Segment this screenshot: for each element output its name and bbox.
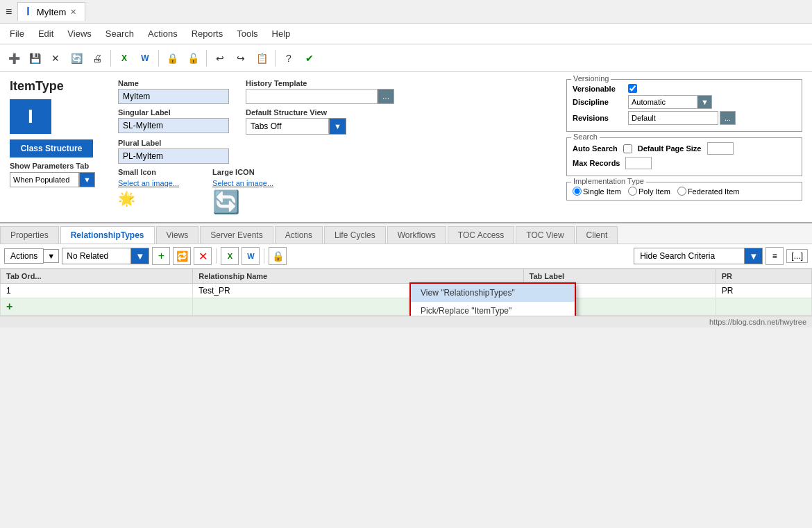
plural-group: Plural Label: [118, 139, 229, 164]
hamburger-menu[interactable]: ≡: [6, 6, 12, 18]
plural-input[interactable]: [118, 148, 229, 164]
small-icon-preview: 🌟: [118, 190, 179, 207]
tab-toc-view[interactable]: TOC View: [516, 226, 574, 244]
tab-relationship-types[interactable]: RelationshipTypes: [60, 226, 155, 244]
menu-edit[interactable]: Edit: [31, 26, 60, 42]
toolbar-print-btn[interactable]: 🖨: [87, 49, 107, 68]
toolbar-save-btn[interactable]: 💾: [25, 49, 44, 68]
add-row[interactable]: +: [1, 298, 812, 316]
export-excel-btn[interactable]: X: [221, 247, 239, 265]
discipline-input[interactable]: [628, 95, 697, 109]
history-template-row: ...: [246, 89, 394, 104]
search-box: Search Auto Search Default Page Size Max…: [566, 137, 802, 176]
federated-item-radio-input[interactable]: [677, 187, 686, 196]
toolbar-undo-btn[interactable]: ↩: [210, 49, 230, 68]
actions-btn[interactable]: Actions: [4, 248, 44, 264]
revisions-input[interactable]: [628, 111, 718, 125]
history-ellipsis-btn[interactable]: ...: [378, 89, 394, 104]
menu-search[interactable]: Search: [99, 26, 141, 42]
left-panel: ItemType I Class Structure Show Paramete…: [10, 79, 107, 215]
singular-input[interactable]: [118, 118, 229, 133]
max-records-input[interactable]: [625, 157, 652, 169]
revisions-ellipsis[interactable]: ...: [720, 111, 736, 125]
tab-client[interactable]: Client: [576, 226, 618, 244]
hide-search-arrow[interactable]: ▼: [745, 248, 763, 264]
menu-reports[interactable]: Reports: [185, 26, 230, 42]
toolbar-check-btn[interactable]: ✔: [300, 49, 319, 68]
default-structure-group: Default Structure View ▼: [246, 108, 346, 135]
discipline-arrow[interactable]: ▼: [697, 95, 712, 109]
toolbar-copy-btn[interactable]: 📋: [252, 49, 271, 68]
no-related-input[interactable]: [62, 248, 131, 264]
hide-search-select: ▼: [634, 248, 763, 264]
tab-bar: Properties RelationshipTypes Views Serve…: [0, 223, 812, 244]
tab-life-cycles[interactable]: Life Cycles: [324, 226, 386, 244]
grid-view-btn[interactable]: ≡: [766, 247, 784, 265]
menu-help[interactable]: Help: [265, 26, 298, 42]
tab-toc-access[interactable]: TOC Access: [448, 226, 514, 244]
menu-views[interactable]: Views: [60, 26, 98, 42]
toolbar-delete-btn[interactable]: ✕: [46, 49, 65, 68]
auto-search-checkbox[interactable]: [623, 144, 632, 153]
versionable-row: Versionable: [573, 84, 796, 93]
lock-bottom-btn[interactable]: 🔒: [269, 247, 287, 265]
tab-close-btn[interactable]: ✕: [70, 8, 76, 17]
tab-views[interactable]: Views: [156, 226, 199, 244]
singular-group: Singular Label: [118, 108, 229, 135]
default-page-size-input[interactable]: [707, 142, 734, 155]
history-template-input[interactable]: [246, 89, 378, 104]
menu-actions[interactable]: Actions: [141, 26, 185, 42]
small-icon-link[interactable]: Select an image...: [118, 179, 179, 187]
upper-content-area: ItemType I Class Structure Show Paramete…: [0, 72, 812, 223]
struct-view-arrow[interactable]: ▼: [329, 118, 346, 135]
toolbar-word-btn[interactable]: W: [135, 49, 155, 68]
middle-panel: Name History Template ... Singular Label: [118, 79, 555, 215]
tab-server-events[interactable]: Server Events: [200, 226, 273, 244]
poly-item-radio-input[interactable]: [628, 187, 637, 196]
impl-type-radio-row: Single Item Poly Item Federated Item: [573, 187, 796, 196]
toolbar-lock-btn[interactable]: 🔒: [162, 49, 182, 68]
toolbar-redo-btn[interactable]: ↪: [231, 49, 251, 68]
pick-replace-btn[interactable]: 🔁: [173, 247, 191, 265]
more-options-btn[interactable]: [...]: [786, 249, 808, 263]
add-row-btn[interactable]: +: [152, 247, 170, 265]
discipline-dropdown: ▼: [628, 95, 712, 109]
hide-search-input[interactable]: [634, 248, 745, 264]
no-related-arrow[interactable]: ▼: [131, 248, 149, 264]
tab-properties[interactable]: Properties: [0, 226, 59, 244]
tab-actions[interactable]: Actions: [275, 226, 323, 244]
toolbar-refresh-btn[interactable]: 🔄: [67, 49, 86, 68]
show-params-arrow[interactable]: ▼: [79, 172, 95, 187]
context-menu-item-pick[interactable]: Pick/Replace "ItemType": [411, 302, 575, 316]
export-word-btn[interactable]: W: [242, 247, 260, 265]
single-item-radio-input[interactable]: [573, 187, 582, 196]
menu-file[interactable]: File: [3, 26, 31, 42]
large-icon-link[interactable]: Select an image...: [212, 179, 273, 187]
title-tab[interactable]: I MyItem ✕: [17, 2, 85, 21]
versionable-checkbox[interactable]: [628, 84, 637, 93]
name-input[interactable]: [118, 89, 229, 104]
bottom-toolbar-sep-1: [216, 248, 217, 264]
context-menu-item-view[interactable]: View "RelationshipTypes": [411, 284, 575, 302]
struct-view-input[interactable]: [246, 118, 329, 135]
delete-row-btn[interactable]: ✕: [194, 247, 212, 265]
struct-view-row: ▼: [246, 118, 346, 135]
cell-tab-order: 1: [1, 284, 193, 298]
discipline-label: Discipline: [573, 98, 628, 106]
toolbar-help-btn[interactable]: ?: [279, 49, 298, 68]
toolbar-unlock-btn[interactable]: 🔓: [183, 49, 203, 68]
show-params-dropdown: ▼: [10, 172, 107, 187]
actions-dropdown: Actions ▼: [4, 248, 59, 264]
col-rel-name: Relationship Name: [193, 269, 523, 284]
class-structure-btn[interactable]: Class Structure: [10, 139, 93, 157]
bottom-toolbar: Actions ▼ ▼ + 🔁 ✕ X W 🔒 ▼ ≡ [...]: [0, 244, 812, 269]
small-icon-group: Small Icon Select an image... 🌟: [118, 168, 179, 215]
actions-arrow-btn[interactable]: ▼: [44, 249, 59, 263]
toolbar-excel-btn[interactable]: X: [115, 49, 134, 68]
tab-workflows[interactable]: Workflows: [387, 226, 446, 244]
col-pr: PR: [716, 269, 811, 284]
show-params-input[interactable]: [10, 172, 79, 187]
table-row[interactable]: 1 Test_PR Test_PR PR: [1, 284, 812, 298]
toolbar-new-btn[interactable]: ➕: [4, 49, 24, 68]
menu-tools[interactable]: Tools: [230, 26, 264, 42]
